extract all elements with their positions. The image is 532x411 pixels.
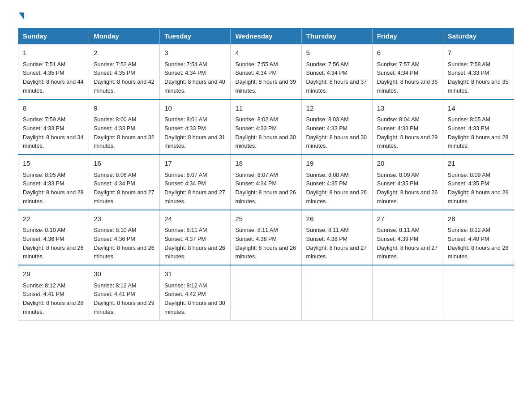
daylight-info: Daylight: 8 hours and 40 minutes. [164,79,225,94]
weekday-header-thursday: Thursday [301,28,372,44]
sunset-info: Sunset: 4:34 PM [94,180,135,187]
weekday-header-wednesday: Wednesday [231,28,301,44]
table-row: 13 Sunrise: 8:04 AM Sunset: 4:33 PM Dayl… [372,99,443,155]
daylight-info: Daylight: 8 hours and 28 minutes. [448,134,509,150]
daylight-info: Daylight: 8 hours and 26 minutes. [377,189,438,205]
table-row: 11 Sunrise: 8:02 AM Sunset: 4:33 PM Dayl… [231,99,301,155]
table-row: 12 Sunrise: 8:03 AM Sunset: 4:33 PM Dayl… [301,99,372,155]
calendar-table: SundayMondayTuesdayWednesdayThursdayFrid… [18,28,514,321]
sunset-info: Sunset: 4:35 PM [23,70,64,76]
weekday-header-sunday: Sunday [18,28,89,44]
day-number: 4 [235,48,296,58]
sunrise-info: Sunrise: 8:11 AM [306,227,349,233]
daylight-info: Daylight: 8 hours and 30 minutes. [235,134,296,150]
daylight-info: Daylight: 8 hours and 28 minutes. [23,189,84,205]
day-number: 25 [235,214,296,224]
daylight-info: Daylight: 8 hours and 32 minutes. [94,134,154,150]
calendar-header: SundayMondayTuesdayWednesdayThursdayFrid… [18,28,514,44]
table-row: 21 Sunrise: 8:09 AM Sunset: 4:35 PM Dayl… [443,154,514,210]
sunrise-info: Sunrise: 8:12 AM [23,283,65,289]
sunrise-info: Sunrise: 8:12 AM [94,283,136,289]
sunset-info: Sunset: 4:36 PM [94,236,135,242]
calendar-body: 1 Sunrise: 7:51 AM Sunset: 4:35 PM Dayli… [18,44,514,320]
daylight-info: Daylight: 8 hours and 26 minutes. [306,189,367,205]
day-number: 29 [23,269,84,279]
sunrise-info: Sunrise: 8:02 AM [235,116,278,123]
table-row: 23 Sunrise: 8:10 AM Sunset: 4:36 PM Dayl… [89,210,160,265]
sunrise-info: Sunrise: 8:04 AM [377,116,420,123]
sunset-info: Sunset: 4:41 PM [23,291,64,297]
logo [18,13,24,21]
daylight-info: Daylight: 8 hours and 27 minutes. [164,189,225,205]
sunrise-info: Sunrise: 8:00 AM [94,116,136,123]
sunrise-info: Sunrise: 7:56 AM [306,61,349,68]
sunrise-info: Sunrise: 8:05 AM [23,172,65,178]
weekday-header-monday: Monday [89,28,160,44]
sunset-info: Sunset: 4:33 PM [23,125,64,132]
day-number: 24 [164,214,226,224]
sunrise-info: Sunrise: 8:09 AM [448,172,490,178]
weekday-header-tuesday: Tuesday [160,28,231,44]
daylight-info: Daylight: 8 hours and 34 minutes. [23,134,84,150]
day-number: 17 [164,158,226,169]
day-number: 16 [94,158,155,169]
sunrise-info: Sunrise: 7:54 AM [164,61,207,68]
daylight-info: Daylight: 8 hours and 29 minutes. [377,134,438,150]
day-number: 18 [235,158,296,169]
day-number: 13 [377,103,438,114]
table-row: 28 Sunrise: 8:12 AM Sunset: 4:40 PM Dayl… [443,210,514,265]
daylight-info: Daylight: 8 hours and 44 minutes. [23,79,84,94]
logo-arrow-icon [19,13,24,20]
weekday-header-row: SundayMondayTuesdayWednesdayThursdayFrid… [18,28,514,44]
calendar-week-3: 15 Sunrise: 8:05 AM Sunset: 4:33 PM Dayl… [18,154,514,210]
day-number: 21 [448,158,509,169]
daylight-info: Daylight: 8 hours and 30 minutes. [164,300,225,315]
sunset-info: Sunset: 4:34 PM [377,70,418,76]
daylight-info: Daylight: 8 hours and 42 minutes. [94,79,154,94]
table-row: 6 Sunrise: 7:57 AM Sunset: 4:34 PM Dayli… [372,44,443,99]
sunrise-info: Sunrise: 8:12 AM [448,227,490,233]
table-row: 27 Sunrise: 8:11 AM Sunset: 4:39 PM Dayl… [372,210,443,265]
sunrise-info: Sunrise: 8:03 AM [306,116,349,123]
sunrise-info: Sunrise: 8:11 AM [164,227,207,233]
daylight-info: Daylight: 8 hours and 37 minutes. [306,79,367,94]
sunset-info: Sunset: 4:33 PM [235,125,276,132]
calendar-week-1: 1 Sunrise: 7:51 AM Sunset: 4:35 PM Dayli… [18,44,514,99]
sunset-info: Sunset: 4:33 PM [377,125,418,132]
sunset-info: Sunset: 4:38 PM [235,236,276,242]
day-number: 19 [306,158,368,169]
table-row: 25 Sunrise: 8:11 AM Sunset: 4:38 PM Dayl… [231,210,301,265]
sunset-info: Sunset: 4:35 PM [377,180,418,187]
day-number: 1 [23,48,84,58]
daylight-info: Daylight: 8 hours and 26 minutes. [235,189,296,205]
day-number: 30 [94,269,155,279]
sunrise-info: Sunrise: 8:11 AM [235,227,278,233]
daylight-info: Daylight: 8 hours and 28 minutes. [448,245,509,260]
daylight-info: Daylight: 8 hours and 36 minutes. [377,79,438,94]
sunset-info: Sunset: 4:33 PM [448,125,489,132]
table-row: 2 Sunrise: 7:52 AM Sunset: 4:35 PM Dayli… [89,44,160,99]
table-row: 1 Sunrise: 7:51 AM Sunset: 4:35 PM Dayli… [18,44,89,99]
sunset-info: Sunset: 4:33 PM [306,125,348,132]
daylight-info: Daylight: 8 hours and 29 minutes. [94,300,154,315]
daylight-info: Daylight: 8 hours and 26 minutes. [23,245,84,260]
sunset-info: Sunset: 4:34 PM [306,70,348,76]
sunrise-info: Sunrise: 7:52 AM [94,61,136,68]
daylight-info: Daylight: 8 hours and 27 minutes. [377,245,438,260]
table-row: 20 Sunrise: 8:09 AM Sunset: 4:35 PM Dayl… [372,154,443,210]
table-row: 5 Sunrise: 7:56 AM Sunset: 4:34 PM Dayli… [301,44,372,99]
sunrise-info: Sunrise: 8:05 AM [448,116,490,123]
sunset-info: Sunset: 4:42 PM [164,291,206,297]
day-number: 7 [448,48,509,58]
page-header [18,13,514,21]
day-number: 14 [448,103,509,114]
sunset-info: Sunset: 4:35 PM [94,70,135,76]
table-row: 26 Sunrise: 8:11 AM Sunset: 4:38 PM Dayl… [301,210,372,265]
day-number: 12 [306,103,368,114]
calendar-week-2: 8 Sunrise: 7:59 AM Sunset: 4:33 PM Dayli… [18,99,514,155]
day-number: 9 [94,103,155,114]
table-row: 24 Sunrise: 8:11 AM Sunset: 4:37 PM Dayl… [160,210,231,265]
sunrise-info: Sunrise: 7:51 AM [23,61,65,68]
day-number: 23 [94,214,155,224]
sunrise-info: Sunrise: 8:12 AM [164,283,207,289]
